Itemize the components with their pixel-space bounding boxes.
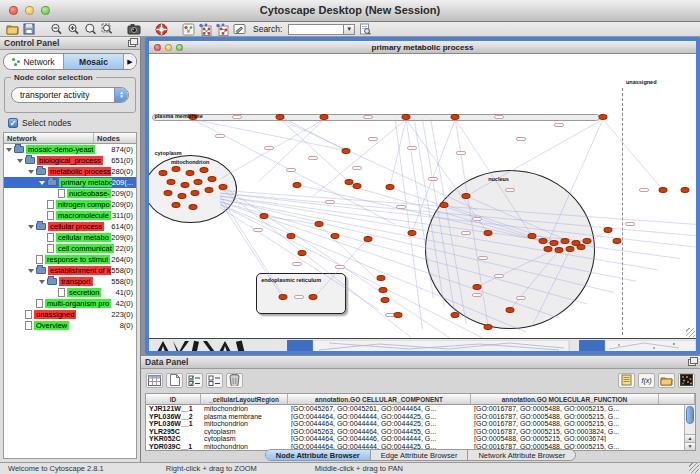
- tab-network-attribute-browser[interactable]: Network Attribute Browser: [468, 450, 575, 460]
- tree-row[interactable]: biological_process651(0): [4, 155, 136, 166]
- graph-node[interactable]: [462, 193, 471, 199]
- table-row[interactable]: YKR052Ccytoplasm[GO:0044464, GO:0044446,…: [146, 435, 695, 443]
- expand-triangle-icon[interactable]: [17, 159, 23, 163]
- tree-row[interactable]: nucleobase-209(0): [4, 188, 136, 199]
- tree-row[interactable]: macromolecule311(0): [4, 210, 136, 221]
- graph-node[interactable]: [484, 324, 493, 330]
- graph-node[interactable]: [549, 240, 558, 246]
- graph-node[interactable]: [341, 148, 350, 154]
- graph-node[interactable]: [393, 312, 402, 318]
- network-canvas[interactable]: plasma membrane cytoplasm mitochondrion …: [149, 54, 696, 338]
- search-dropdown-icon[interactable]: ▼: [343, 24, 355, 35]
- graph-node[interactable]: [484, 230, 493, 236]
- open-file-icon[interactable]: [5, 23, 19, 36]
- graph-node[interactable]: [377, 275, 386, 281]
- help-icon[interactable]: [154, 23, 168, 36]
- graph-node[interactable]: [385, 184, 394, 190]
- zoom-in-icon[interactable]: [66, 23, 80, 36]
- graph-node[interactable]: [309, 294, 318, 300]
- select-attributes-icon[interactable]: [146, 373, 163, 388]
- matrix-view-icon[interactable]: [678, 373, 695, 388]
- expand-triangle-icon[interactable]: [6, 148, 12, 152]
- graph-node[interactable]: [555, 247, 564, 253]
- graph-node[interactable]: [218, 184, 227, 190]
- table-column-header[interactable]: annotation.GO MOLECULAR_FUNCTION: [471, 394, 659, 405]
- graph-node[interactable]: [330, 233, 339, 239]
- table-column-header[interactable]: _cellularLayoutRegion: [201, 394, 288, 405]
- graph-node[interactable]: [205, 187, 214, 193]
- graph-node[interactable]: [191, 190, 200, 196]
- graph-node[interactable]: [407, 230, 416, 236]
- tab-overflow-arrow-icon[interactable]: ▶: [123, 54, 136, 69]
- table-row[interactable]: YPL036W__1mitochondrion[GO:0044464, GO:0…: [146, 420, 695, 428]
- import-attributes-icon[interactable]: [658, 373, 675, 388]
- delete-attribute-icon[interactable]: [226, 373, 243, 388]
- graph-node[interactable]: [363, 236, 372, 242]
- vizmapper-icon[interactable]: [181, 23, 195, 36]
- table-scrollbar[interactable]: ▲ ▼: [684, 405, 695, 450]
- snapshot-icon[interactable]: [127, 23, 141, 36]
- tree-row[interactable]: mosaic-demo-yeast874(0): [4, 144, 136, 155]
- network-view-frame[interactable]: primary metabolic process plasma membran…: [145, 37, 700, 355]
- graph-node[interactable]: [612, 238, 621, 244]
- graph-node[interactable]: [287, 233, 296, 239]
- expand-triangle-icon[interactable]: [28, 225, 34, 229]
- zoom-fit-icon[interactable]: [83, 23, 97, 36]
- tree-row[interactable]: secretion41(0): [4, 287, 136, 298]
- select-all-attributes-icon[interactable]: [186, 373, 203, 388]
- graph-node[interactable]: [188, 204, 197, 210]
- graph-node[interactable]: [506, 307, 515, 313]
- graph-node[interactable]: [402, 114, 411, 120]
- tree-row[interactable]: multi-organism pro42(0): [4, 298, 136, 309]
- graph-node[interactable]: [379, 287, 388, 293]
- graph-node[interactable]: [599, 114, 608, 120]
- table-row[interactable]: YJR121W__1mitochondrion[GO:0045267, GO:0…: [146, 405, 695, 413]
- graph-node[interactable]: [259, 213, 268, 219]
- network-frame-titlebar[interactable]: primary metabolic process: [149, 41, 696, 54]
- graph-node[interactable]: [538, 238, 547, 244]
- graph-node[interactable]: [276, 114, 285, 120]
- graph-node[interactable]: [186, 170, 195, 176]
- graph-node[interactable]: [566, 246, 575, 252]
- graph-node[interactable]: [544, 246, 553, 252]
- tab-edge-attribute-browser[interactable]: Edge Attribute Browser: [371, 450, 469, 460]
- graph-node[interactable]: [164, 190, 173, 196]
- annotation-icon[interactable]: [232, 23, 246, 36]
- tree-row[interactable]: metabolic process280(0): [4, 166, 136, 177]
- tree-row[interactable]: cellular process614(0): [4, 221, 136, 232]
- tab-node-attribute-browser[interactable]: Node Attribute Browser: [266, 450, 371, 460]
- table-column-header[interactable]: ID: [146, 394, 201, 405]
- graph-node[interactable]: [177, 193, 186, 199]
- graph-node[interactable]: [180, 182, 189, 188]
- tree-row[interactable]: Overview8(0): [4, 320, 136, 331]
- zoom-out-icon[interactable]: [49, 23, 63, 36]
- tree-col-network[interactable]: Network: [4, 133, 94, 143]
- save-session-icon[interactable]: [22, 23, 36, 36]
- graph-node[interactable]: [440, 202, 449, 208]
- graph-node[interactable]: [279, 294, 288, 300]
- frame-resize-grip[interactable]: [686, 328, 695, 337]
- graph-node[interactable]: [527, 233, 536, 239]
- scroll-up-icon[interactable]: ▲: [685, 434, 695, 442]
- graph-node[interactable]: [560, 238, 569, 244]
- tree-row[interactable]: primary metabo209(...: [4, 177, 136, 188]
- graph-node[interactable]: [659, 187, 668, 193]
- unselect-all-attributes-icon[interactable]: [206, 373, 223, 388]
- expand-triangle-icon[interactable]: [28, 269, 34, 273]
- window-titlebar[interactable]: Cytoscape Desktop (New Session): [0, 0, 700, 22]
- select-nodes-checkbox[interactable]: ✓: [8, 118, 18, 128]
- window-resize-grip[interactable]: [689, 463, 699, 473]
- graph-node[interactable]: [172, 166, 181, 172]
- graph-node[interactable]: [320, 114, 329, 120]
- graph-node[interactable]: [451, 114, 460, 120]
- graph-node[interactable]: [292, 182, 301, 188]
- graph-node[interactable]: [604, 227, 613, 233]
- tab-mosaic[interactable]: Mosaic: [64, 54, 123, 69]
- new-attribute-icon[interactable]: [166, 373, 183, 388]
- tree-row[interactable]: nitrogen compo209(0): [4, 199, 136, 210]
- tab-network[interactable]: Network: [4, 54, 63, 69]
- graph-node[interactable]: [314, 221, 323, 227]
- float-panel-icon[interactable]: [128, 40, 136, 47]
- graph-node[interactable]: [158, 170, 167, 176]
- scrollbar-thumb[interactable]: [686, 406, 694, 424]
